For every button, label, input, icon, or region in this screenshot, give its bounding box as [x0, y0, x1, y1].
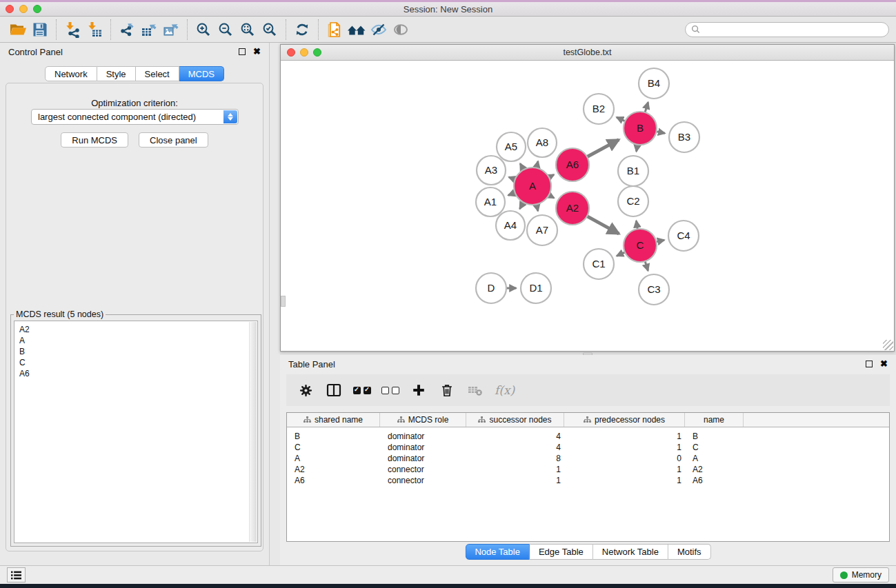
hide-selected-button[interactable] — [368, 19, 390, 41]
close-panel-icon[interactable]: ✖ — [253, 48, 261, 55]
close-panel-icon[interactable]: ✖ — [880, 361, 888, 367]
zoom-in-button[interactable] — [192, 19, 215, 41]
graph-node-A2[interactable]: A2 — [556, 192, 589, 225]
column-header-shared-name[interactable]: shared name — [287, 413, 380, 427]
network-canvas[interactable]: B4B2BB3A5A8A6A3B1AA1C2A2A4A7C4CC1C3DD1 — [281, 61, 894, 351]
save-session-button[interactable] — [29, 19, 51, 41]
first-neighbors-button[interactable] — [346, 19, 368, 41]
tab-motifs[interactable]: Motifs — [668, 544, 711, 560]
table-settings-button[interactable] — [297, 381, 315, 399]
export-image-button[interactable] — [160, 19, 182, 41]
tab-select[interactable]: Select — [136, 66, 179, 81]
graph-edge-A2-C[interactable] — [586, 216, 619, 234]
column-header-predecessor-nodes[interactable]: predecessor nodes — [564, 413, 685, 427]
result-item-a6[interactable]: A6 — [19, 368, 257, 379]
graph-node-B3[interactable]: B3 — [669, 122, 699, 152]
table-row-a6[interactable]: A6connector11A6 — [287, 475, 889, 486]
graph-edge-A6-B[interactable] — [586, 140, 619, 158]
table-row-a2[interactable]: A2connector11A2 — [287, 464, 889, 475]
export-table-button[interactable] — [138, 19, 160, 41]
column-header-mcds-role[interactable]: MCDS role — [380, 413, 466, 427]
import-table-icon — [86, 21, 103, 38]
graph-node-A6[interactable]: A6 — [556, 148, 589, 181]
result-item-a2[interactable]: A2 — [19, 324, 257, 335]
run-mcds-button[interactable]: Run MCDS — [61, 132, 128, 148]
task-history-button[interactable] — [7, 567, 26, 582]
graph-node-C1[interactable]: C1 — [584, 249, 614, 279]
result-item-a[interactable]: A — [19, 335, 257, 346]
close-panel-button[interactable]: Close panel — [139, 132, 208, 148]
graph-node-B4[interactable]: B4 — [639, 68, 669, 99]
float-panel-icon[interactable] — [866, 361, 873, 367]
table-row-a[interactable]: Adominator80A — [287, 453, 889, 464]
add-column-button[interactable] — [410, 381, 428, 399]
result-item-c[interactable]: C — [19, 357, 257, 368]
tab-network[interactable]: Network — [45, 66, 97, 81]
graph-node-B2[interactable]: B2 — [584, 94, 614, 124]
refresh-button[interactable] — [291, 19, 313, 41]
split-table-button[interactable] — [325, 381, 343, 399]
split-table-icon — [326, 382, 342, 398]
plus-icon — [411, 383, 426, 398]
tab-node-table[interactable]: Node Table — [465, 544, 530, 560]
result-list-scrollbar[interactable] — [249, 322, 257, 542]
zoom-selected-button[interactable] — [259, 19, 281, 41]
float-panel-icon[interactable] — [239, 48, 246, 55]
graph-node-A[interactable]: A — [514, 168, 551, 205]
select-all-button[interactable] — [353, 381, 371, 399]
graph-node-B[interactable]: B — [624, 112, 657, 145]
tab-style[interactable]: Style — [97, 66, 136, 81]
desktop-edge — [0, 584, 896, 588]
delete-column-button[interactable] — [438, 381, 456, 399]
cell-successor-nodes: 4 — [466, 432, 564, 441]
table-toolbar: f(x) — [286, 374, 890, 406]
export-network-button[interactable] — [116, 19, 138, 41]
graph-node-label: A4 — [504, 219, 517, 231]
cell-mcds-role: dominator — [380, 432, 466, 441]
graph-node-A8[interactable]: A8 — [528, 128, 557, 157]
window-resize-grip[interactable] — [883, 340, 893, 350]
search-field[interactable] — [685, 22, 889, 37]
column-header-successor-nodes[interactable]: successor nodes — [466, 413, 564, 427]
graph-node-C2[interactable]: C2 — [618, 186, 648, 216]
network-from-file-button[interactable] — [323, 19, 346, 41]
graph-node-A7[interactable]: A7 — [527, 215, 557, 245]
toolbar-separator — [187, 19, 188, 40]
tab-network-table[interactable]: Network Table — [593, 544, 668, 560]
graph-node-C3[interactable]: C3 — [639, 274, 669, 305]
delete-table-button-disabled — [466, 381, 484, 399]
import-table-button[interactable] — [83, 19, 106, 41]
table-tabs: Node TableEdge TableNetwork TableMotifs — [465, 544, 710, 560]
zoom-out-button[interactable] — [215, 19, 237, 41]
graph-node-C4[interactable]: C4 — [668, 221, 699, 251]
search-input[interactable] — [704, 25, 883, 34]
graph-node-A3[interactable]: A3 — [477, 156, 506, 185]
cell-name: A — [685, 454, 744, 463]
graph-node-B1[interactable]: B1 — [618, 156, 648, 186]
result-item-b[interactable]: B — [19, 346, 257, 357]
criterion-select[interactable]: largest connected component (directed) — [31, 109, 239, 125]
graph-node-D[interactable]: D — [476, 273, 506, 303]
graph-node-A1[interactable]: A1 — [476, 187, 505, 216]
network-window-titlebar[interactable]: testGlobe.txt — [281, 45, 894, 61]
table-row-b[interactable]: Bdominator41B — [287, 431, 889, 442]
graph-node-A4[interactable]: A4 — [496, 211, 525, 240]
canvas-scrollbar-nub[interactable] — [281, 296, 286, 307]
table-row-c[interactable]: Cdominator41C — [287, 442, 889, 453]
open-file-button[interactable] — [7, 19, 29, 41]
import-network-button[interactable] — [61, 19, 83, 41]
mcds-panel: Optimization criterion: largest connecte… — [6, 83, 263, 551]
tab-mcds[interactable]: MCDS — [179, 66, 224, 81]
memory-button[interactable]: Memory — [833, 567, 889, 582]
graph-node-D1[interactable]: D1 — [521, 273, 551, 303]
control-panel-tabs: NetworkStyleSelectMCDS — [45, 66, 224, 81]
table-panel: Table Panel ✖ — [280, 355, 896, 565]
column-header-name[interactable]: name — [685, 413, 744, 427]
show-preview-button[interactable] — [390, 19, 412, 41]
deselect-all-button[interactable] — [381, 381, 399, 399]
tab-edge-table[interactable]: Edge Table — [530, 544, 593, 560]
network-graph[interactable]: B4B2BB3A5A8A6A3B1AA1C2A2A4A7C4CC1C3DD1 — [281, 61, 894, 351]
zoom-fit-button[interactable] — [237, 19, 259, 41]
graph-node-C[interactable]: C — [624, 229, 657, 262]
graph-node-A5[interactable]: A5 — [497, 132, 526, 161]
